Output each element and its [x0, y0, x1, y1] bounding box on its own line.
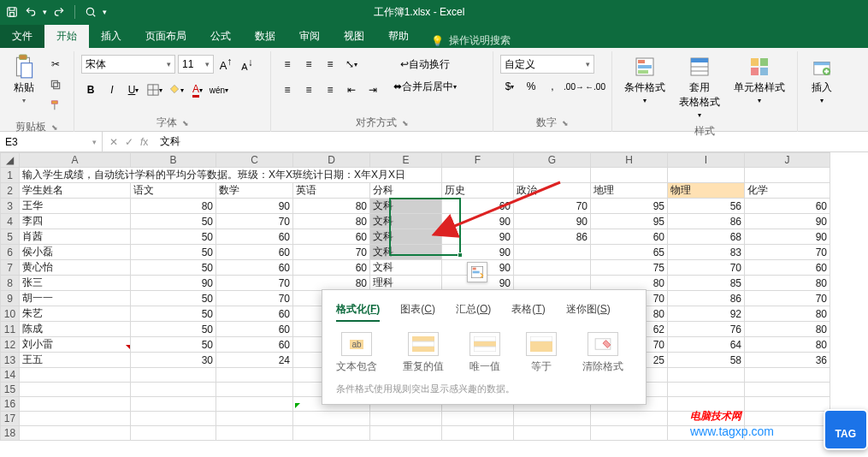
currency-button[interactable]: $▾ [500, 77, 519, 96]
row-header-5[interactable]: 5 [1, 229, 20, 245]
cell-G7[interactable] [514, 260, 591, 276]
row-header-13[interactable]: 13 [1, 353, 20, 368]
tab-layout[interactable]: 页面布局 [133, 25, 198, 48]
cell-I3[interactable]: 56 [668, 199, 745, 214]
increase-font-button[interactable]: A↑ [216, 55, 235, 74]
number-format-select[interactable]: 自定义 [500, 55, 594, 74]
cell-C5[interactable]: 60 [216, 229, 293, 245]
fill-handle[interactable] [458, 252, 463, 258]
cell-F1[interactable] [442, 168, 514, 183]
cell-B2[interactable]: 语文 [131, 183, 216, 199]
cell-J3[interactable]: 60 [745, 199, 830, 214]
cell-J15[interactable] [745, 383, 830, 397]
cell-C7[interactable]: 60 [216, 260, 293, 276]
align-bottom-button[interactable]: ≡ [321, 55, 340, 74]
merge-center-button[interactable]: ⬌ 合并后居中 ▾ [387, 77, 463, 96]
cell-B11[interactable]: 50 [131, 322, 216, 337]
row-header-15[interactable]: 15 [1, 383, 20, 397]
dialog-launcher-icon[interactable]: ⬊ [51, 123, 58, 132]
row-header-14[interactable]: 14 [1, 368, 20, 383]
cell-A10[interactable]: 朱艺 [20, 306, 131, 322]
cell-A3[interactable]: 王华 [20, 199, 131, 214]
cell-B18[interactable] [131, 426, 216, 441]
phonetic-button[interactable]: wén▾ [210, 80, 228, 99]
cell-J5[interactable]: 90 [745, 229, 830, 245]
cell-A14[interactable] [20, 368, 131, 383]
increase-decimal-button[interactable]: .00→ [564, 77, 583, 96]
cell-C3[interactable]: 90 [216, 199, 293, 214]
cell-B14[interactable] [131, 368, 216, 383]
italic-button[interactable]: I [103, 80, 121, 99]
align-right-button[interactable]: ≡ [321, 80, 340, 99]
cell-E18[interactable] [370, 426, 442, 441]
cell-I13[interactable]: 58 [668, 353, 745, 368]
row-header-2[interactable]: 2 [1, 183, 20, 199]
cell-D8[interactable]: 80 [293, 276, 370, 291]
cell-B16[interactable] [131, 397, 216, 412]
fx-icon[interactable]: fx [140, 136, 148, 148]
increase-indent-button[interactable]: ⇥ [363, 80, 382, 99]
cell-I14[interactable] [668, 368, 745, 383]
cell-D17[interactable] [293, 412, 370, 426]
align-top-button[interactable]: ≡ [278, 55, 297, 74]
cell-C15[interactable] [216, 383, 293, 397]
cell-B17[interactable] [131, 412, 216, 426]
cell-E17[interactable] [370, 412, 442, 426]
cell-H8[interactable]: 80 [591, 276, 668, 291]
cell-A6[interactable]: 侯小磊 [20, 245, 131, 260]
comma-button[interactable]: , [543, 77, 562, 96]
cell-A11[interactable]: 陈成 [20, 322, 131, 337]
cell-styles-button[interactable]: 单元格样式▾ [729, 51, 790, 108]
select-all[interactable]: ◢ [1, 153, 20, 168]
cell-E2[interactable]: 分科 [370, 183, 442, 199]
underline-button[interactable]: U ▾ [124, 80, 143, 99]
cell-H6[interactable]: 65 [591, 245, 668, 260]
format-as-table-button[interactable]: 套用 表格格式▾ [674, 51, 725, 122]
tab-help[interactable]: 帮助 [376, 25, 421, 48]
quick-analysis-button[interactable] [467, 262, 487, 282]
col-header-F[interactable]: F [442, 153, 514, 168]
cell-D3[interactable]: 80 [293, 199, 370, 214]
qa-item-unique[interactable]: 唯一值 [469, 332, 500, 374]
percent-button[interactable]: % [522, 77, 540, 96]
cell-I15[interactable] [668, 383, 745, 397]
cell-I5[interactable]: 68 [668, 229, 745, 245]
cell-D5[interactable]: 60 [293, 229, 370, 245]
cell-B5[interactable]: 50 [131, 229, 216, 245]
qa-tab-totals[interactable]: 汇总(O) [456, 299, 491, 322]
font-size-select[interactable]: 11 [178, 55, 214, 74]
cell-E7[interactable]: 文科 [370, 260, 442, 276]
tab-review[interactable]: 审阅 [287, 25, 332, 48]
tab-view[interactable]: 视图 [332, 25, 376, 48]
cell-B3[interactable]: 80 [131, 199, 216, 214]
decrease-decimal-button[interactable]: ←.00 [586, 77, 605, 96]
cell-H7[interactable]: 75 [591, 260, 668, 276]
cell-A9[interactable]: 胡一一 [20, 291, 131, 306]
cell-F5[interactable]: 90 [442, 229, 514, 245]
wrap-text-button[interactable]: ↩ 自动换行 [387, 55, 463, 74]
cell-C6[interactable]: 60 [216, 245, 293, 260]
dialog-launcher-icon[interactable]: ⬊ [562, 119, 569, 128]
font-color-button[interactable]: A▾ [188, 80, 207, 99]
cell-H3[interactable]: 95 [591, 199, 668, 214]
dialog-launcher-icon[interactable]: ⬊ [402, 119, 409, 128]
cell-H18[interactable] [591, 426, 668, 441]
cell-I8[interactable]: 85 [668, 276, 745, 291]
cell-C4[interactable]: 70 [216, 214, 293, 229]
cell-A16[interactable] [20, 397, 131, 412]
tab-home[interactable]: 开始 [44, 25, 89, 48]
cell-H2[interactable]: 地理 [591, 183, 668, 199]
enter-icon[interactable]: ✓ [125, 136, 133, 148]
col-header-G[interactable]: G [514, 153, 591, 168]
cell-C11[interactable]: 60 [216, 322, 293, 337]
qa-tab-spark[interactable]: 迷你图(S) [566, 299, 611, 322]
cell-J2[interactable]: 化学 [745, 183, 830, 199]
cell-I6[interactable]: 83 [668, 245, 745, 260]
cell-F4[interactable]: 90 [442, 214, 514, 229]
cell-E3[interactable]: 文科 [370, 199, 442, 214]
cell-E4[interactable]: 文科 [370, 214, 442, 229]
conditional-format-button[interactable]: 条件格式▾ [619, 51, 670, 108]
row-header-10[interactable]: 10 [1, 306, 20, 322]
cell-E8[interactable]: 理科 [370, 276, 442, 291]
cell-E6[interactable]: 文科 [370, 245, 442, 260]
